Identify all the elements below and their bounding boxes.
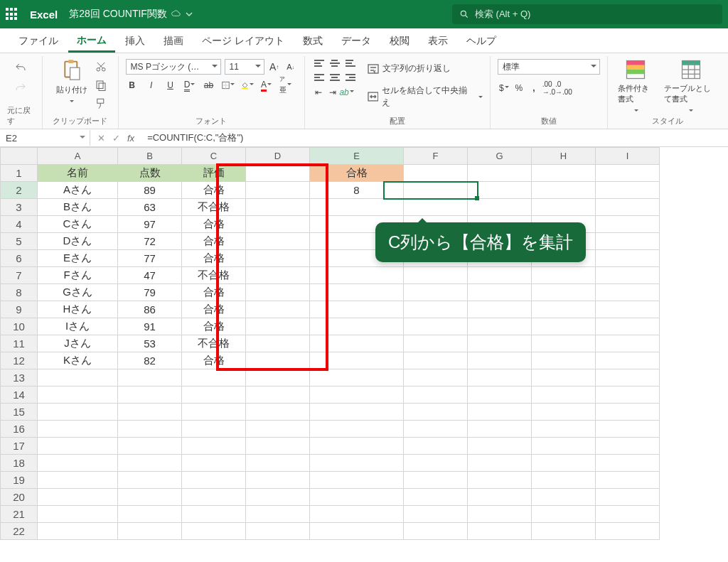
conditional-format-button[interactable]: 条件付き書式 [615, 58, 657, 114]
col-header-B[interactable]: B [118, 148, 182, 165]
align-center-icon[interactable] [328, 72, 342, 85]
align-top-icon[interactable] [312, 58, 326, 70]
tab-ページ レイアウト[interactable]: ページ レイアウト [193, 29, 293, 53]
cell-C7[interactable]: 不合格 [182, 267, 246, 284]
search-box[interactable]: 検索 (Alt + Q) [452, 4, 722, 24]
cell-B7[interactable]: 47 [118, 267, 182, 284]
tab-校閲[interactable]: 校閲 [381, 29, 418, 53]
row-header-9[interactable]: 9 [1, 301, 38, 318]
cell-C11[interactable]: 不合格 [182, 335, 246, 352]
align-middle-icon[interactable] [328, 58, 342, 70]
cell-A4[interactable]: Cさん [38, 216, 118, 233]
row-header-6[interactable]: 6 [1, 250, 38, 267]
cell-E8[interactable] [310, 284, 404, 301]
select-all-corner[interactable] [1, 148, 38, 165]
col-header-E[interactable]: E [310, 148, 404, 165]
tab-数式[interactable]: 数式 [294, 29, 331, 53]
decrease-indent-icon[interactable]: ⇤ [312, 86, 325, 99]
row-header-17[interactable]: 17 [1, 438, 38, 455]
app-launcher-icon[interactable] [6, 8, 18, 21]
cell-B5[interactable]: 72 [118, 233, 182, 250]
file-name[interactable]: 第28回 COUNTIF関数 [69, 8, 193, 21]
cell-C6[interactable]: 合格 [182, 250, 246, 267]
double-underline-button[interactable]: D [183, 79, 196, 92]
row-header-7[interactable]: 7 [1, 267, 38, 284]
row-header-8[interactable]: 8 [1, 284, 38, 301]
formula-input[interactable]: =COUNTIF(C:C,"合格") [141, 131, 728, 144]
cell-C8[interactable]: 合格 [182, 284, 246, 301]
cut-icon[interactable] [95, 60, 107, 73]
row-header-4[interactable]: 4 [1, 216, 38, 233]
cell-E10[interactable] [310, 318, 404, 335]
cell-B4[interactable]: 97 [118, 216, 182, 233]
cell-E3[interactable] [310, 199, 404, 216]
comma-format-icon[interactable]: , [528, 82, 540, 94]
cell-B10[interactable]: 91 [118, 318, 182, 335]
font-name-select[interactable]: MS Pゴシック (… [126, 59, 221, 75]
cell-B8[interactable]: 79 [118, 284, 182, 301]
cell-B12[interactable]: 82 [118, 352, 182, 369]
worksheet[interactable]: ABCDEFGHI1名前点数評価合格2Aさん89合格83Bさん63不合格4Cさん… [0, 147, 728, 540]
row-header-1[interactable]: 1 [1, 165, 38, 182]
cell-C5[interactable]: 合格 [182, 233, 246, 250]
cell-A10[interactable]: Iさん [38, 318, 118, 335]
align-bottom-icon[interactable] [343, 58, 358, 70]
row-header-20[interactable]: 20 [1, 489, 38, 506]
cell-A3[interactable]: Bさん [38, 199, 118, 216]
cell-A8[interactable]: Gさん [38, 284, 118, 301]
row-header-5[interactable]: 5 [1, 233, 38, 250]
redo-icon[interactable] [14, 82, 28, 94]
cell-E1[interactable]: 合格 [310, 165, 404, 182]
tab-挿入[interactable]: 挿入 [117, 29, 154, 53]
phonetic-button[interactable]: ア亜 [279, 79, 292, 92]
align-left-icon[interactable] [312, 72, 326, 85]
row-header-22[interactable]: 22 [1, 523, 38, 540]
col-header-H[interactable]: H [532, 148, 596, 165]
col-header-F[interactable]: F [404, 148, 468, 165]
cell-C3[interactable]: 不合格 [182, 199, 246, 216]
row-header-16[interactable]: 16 [1, 421, 38, 438]
col-header-G[interactable]: G [468, 148, 532, 165]
fill-color-button[interactable] [241, 79, 254, 92]
orientation-icon[interactable]: ab [341, 86, 353, 99]
row-header-18[interactable]: 18 [1, 455, 38, 472]
font-size-select[interactable]: 11 [225, 59, 264, 75]
col-header-D[interactable]: D [246, 148, 310, 165]
row-header-13[interactable]: 13 [1, 369, 38, 387]
undo-icon[interactable] [14, 62, 28, 75]
increase-decimal-icon[interactable]: .00→.0 [542, 82, 555, 94]
bold-button[interactable]: B [126, 79, 139, 92]
enter-formula-icon[interactable]: ✓ [112, 133, 120, 144]
cell-B2[interactable]: 89 [118, 182, 182, 199]
col-header-I[interactable]: I [596, 148, 660, 165]
cell-E12[interactable] [310, 352, 404, 369]
strikethrough-button[interactable]: ab [203, 79, 215, 92]
cell-C2[interactable]: 合格 [182, 182, 246, 199]
increase-font-icon[interactable]: A↑ [268, 60, 281, 73]
align-right-icon[interactable] [343, 72, 358, 85]
cell-E11[interactable] [310, 335, 404, 352]
row-header-19[interactable]: 19 [1, 472, 38, 489]
cell-C1[interactable]: 評価 [182, 165, 246, 182]
cell-B11[interactable]: 53 [118, 335, 182, 352]
tab-ホーム[interactable]: ホーム [68, 28, 115, 53]
row-header-11[interactable]: 11 [1, 335, 38, 352]
col-header-C[interactable]: C [182, 148, 246, 165]
cell-E2[interactable]: 8 [310, 182, 404, 199]
italic-button[interactable]: I [145, 79, 158, 92]
increase-indent-icon[interactable]: ⇥ [326, 86, 339, 99]
cell-B3[interactable]: 63 [118, 199, 182, 216]
cell-E9[interactable] [310, 301, 404, 318]
tab-描画[interactable]: 描画 [155, 29, 192, 53]
col-header-A[interactable]: A [38, 148, 118, 165]
font-color-button[interactable]: A [260, 79, 273, 92]
tab-ファイル[interactable]: ファイル [10, 29, 67, 53]
cell-E7[interactable] [310, 267, 404, 284]
number-format-select[interactable]: 標準 [498, 59, 600, 75]
cell-C12[interactable]: 合格 [182, 352, 246, 369]
accounting-format-icon[interactable]: $ [498, 82, 510, 94]
border-button[interactable] [222, 79, 235, 92]
cell-A1[interactable]: 名前 [38, 165, 118, 182]
cell-A12[interactable]: Kさん [38, 352, 118, 369]
row-header-3[interactable]: 3 [1, 199, 38, 216]
